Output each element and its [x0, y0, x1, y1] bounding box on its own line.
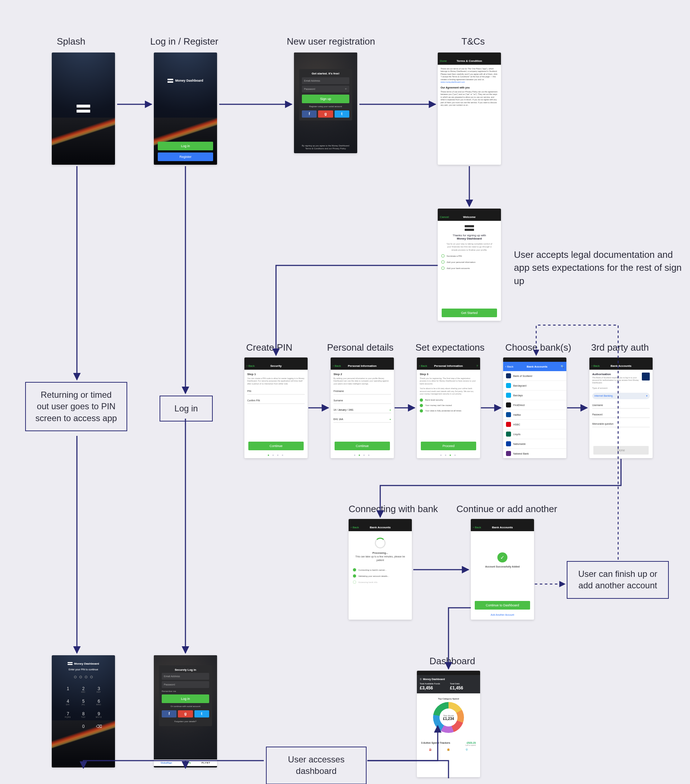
bank-row[interactable]: Barclaycard	[503, 381, 567, 390]
keypad-key[interactable]: 9WXYZ	[96, 712, 102, 718]
nav-back[interactable]: ‹ Back	[473, 526, 487, 529]
google-button[interactable]: g	[318, 110, 333, 118]
keypad-key[interactable]: 7PQRS	[65, 712, 71, 718]
bank-list[interactable]: Bank of ScotlandBarclaycardBarclaysFirst…	[503, 371, 567, 458]
keypad-key[interactable]: 4GHI	[65, 699, 71, 706]
signup-button[interactable]: Sign up	[302, 95, 349, 103]
label-dashboard: Dashboard	[429, 656, 475, 667]
label-new-user-reg: New user registration	[287, 36, 375, 47]
get-started-button[interactable]: Get Started	[442, 308, 498, 317]
facebook-button[interactable]: f	[302, 110, 317, 118]
keypad-key[interactable]: 0	[80, 724, 87, 729]
step3-p1: Thank you for registering. The final ste…	[420, 377, 477, 385]
google-button[interactable]: g	[178, 710, 192, 718]
bank-row[interactable]: Natwest Bank	[503, 449, 567, 458]
donut-chart: This Month£1,234	[433, 702, 464, 733]
added-msg: Account Successfully Added	[485, 565, 520, 568]
tc-link[interactable]: www.moneydashboard.com	[440, 81, 465, 83]
search-icon[interactable]: 🔍	[560, 365, 564, 368]
nav-back[interactable]: ‹ Back	[505, 365, 514, 368]
firstname-input[interactable]: Firstname	[334, 388, 391, 395]
bank-row[interactable]: FirstDirect	[503, 400, 567, 410]
register-button[interactable]: Register	[158, 153, 214, 161]
memorable-input[interactable]: Memorable question	[592, 421, 650, 427]
keypad-key[interactable]: 1	[65, 686, 71, 693]
nav-back[interactable]: ‹ Back	[246, 364, 261, 367]
nav-cancel[interactable]: Cancel	[440, 216, 454, 219]
menu-icon[interactable]: ☰	[420, 678, 422, 680]
pin-confirm[interactable]: Confirm PIN	[247, 397, 305, 404]
progress-1: Connecting to bank's server...	[353, 568, 407, 572]
bal2-value: £1,456	[450, 685, 477, 690]
pin-input[interactable]: PIN	[247, 388, 305, 395]
bank-row[interactable]: Nationwide	[503, 439, 567, 449]
bank-row[interactable]: Barclays	[503, 390, 567, 400]
continue-button[interactable]: Continue	[248, 441, 304, 450]
bullet-2: Your money can't be moved	[420, 404, 477, 407]
nav-back[interactable]: ‹ Back	[591, 364, 606, 367]
bank-row[interactable]: Halifax	[503, 410, 567, 420]
add-another-link[interactable]: Add Another Account	[471, 614, 534, 616]
bank-navbar: ‹ Back Bank Accounts 🔍	[503, 362, 567, 371]
twitter-button[interactable]: t	[335, 110, 349, 118]
card-top-category[interactable]: Top Category Spend This Month£1,234	[419, 695, 478, 737]
remember-me-toggle[interactable]: Remember me	[162, 690, 209, 692]
nav-back[interactable]: ‹ Back	[333, 364, 347, 367]
keypad-key[interactable]: 6MNO	[96, 699, 102, 706]
bank-row[interactable]: Bank of Scotland	[503, 371, 567, 381]
reg-footer: By signing up you agree to the Money Das…	[299, 145, 352, 150]
dob-input[interactable]: 14 / January / 1981 ●	[334, 407, 391, 413]
app-logo-icon	[77, 103, 90, 114]
email-input[interactable]: Email Address	[302, 77, 349, 84]
nav-back[interactable]: ‹ Back	[419, 364, 434, 367]
bank-row[interactable]: Lloyds	[503, 430, 567, 439]
done-button[interactable]: Done	[593, 446, 649, 455]
auth-p: The Bank of Scotland requires you to log…	[592, 377, 650, 384]
password-input[interactable]: Password	[162, 681, 209, 688]
account-type-select[interactable]: Internet Banking▾	[592, 393, 650, 399]
keypad-key[interactable]: 2ABC	[80, 686, 87, 693]
bank-row[interactable]: HSBC	[503, 420, 567, 430]
twitter-button[interactable]: t	[194, 710, 209, 718]
surname-input[interactable]: Surname	[334, 397, 391, 404]
welcome-title-1: Thanks for signing up with	[453, 234, 486, 237]
bank-icon	[506, 432, 511, 436]
bank-name: Barclaycard	[513, 384, 526, 387]
bullet-1: Bank level security	[420, 399, 477, 402]
bank-name: Natwest Bank	[513, 453, 529, 455]
password-input[interactable]: Password	[302, 86, 349, 92]
continue-button[interactable]: Continue	[335, 441, 390, 450]
forgot-link[interactable]: Forgotten your details?	[162, 720, 209, 723]
keypad-key[interactable]	[65, 724, 71, 729]
phone-personal-details: ‹ BackPersonal Information Step 2 By add…	[330, 357, 394, 458]
login-button[interactable]: Log in	[162, 695, 209, 703]
proceed-button[interactable]: Proceed	[421, 441, 476, 450]
email-input[interactable]: Email Address	[162, 673, 209, 680]
username-input[interactable]: Username	[592, 402, 650, 408]
nav-title: Bank Accounts	[365, 526, 395, 529]
nav-title: Security	[261, 364, 291, 367]
bank-icon	[506, 383, 511, 388]
cert-badges: GlobalSign TRUSTe PLYNT	[154, 759, 217, 766]
nav-back[interactable]: ‹ Back	[351, 526, 365, 529]
label-set-expectations: Set expectations	[416, 342, 485, 353]
terms-body[interactable]: These are our terms of use for The One P…	[438, 65, 501, 110]
label-continue-add: Continue or add another	[457, 504, 557, 515]
card1-title: Top Category Spend	[421, 698, 476, 700]
postcode-input[interactable]: EH1 1AA ●	[334, 416, 391, 423]
processing-label: Processing...	[372, 552, 388, 554]
auth-type-label: Type of account	[592, 387, 650, 389]
nav-done[interactable]: Done	[440, 59, 454, 63]
label-personal-details: Personal details	[327, 342, 394, 353]
keypad-key[interactable]: ⌫	[96, 724, 102, 729]
keypad-key[interactable]: 3DEF	[96, 686, 102, 693]
keypad-key[interactable]: 8TUV	[80, 712, 87, 718]
pin-keypad[interactable]: 12ABC3DEF4GHI5JKL6MNO7PQRS8TUV9WXYZ0⌫	[65, 686, 102, 729]
card-trackers[interactable]: 3 Active Spend Trackers £523.23 Left to …	[419, 740, 478, 753]
facebook-button[interactable]: f	[162, 710, 176, 718]
keypad-key[interactable]: 5JKL	[80, 699, 87, 706]
bal1-label: Total Available Funds	[420, 683, 447, 685]
password-input[interactable]: Password	[592, 412, 650, 418]
login-button[interactable]: Log in	[158, 142, 214, 150]
continue-dashboard-button[interactable]: Continue to Dashboard	[475, 601, 531, 609]
